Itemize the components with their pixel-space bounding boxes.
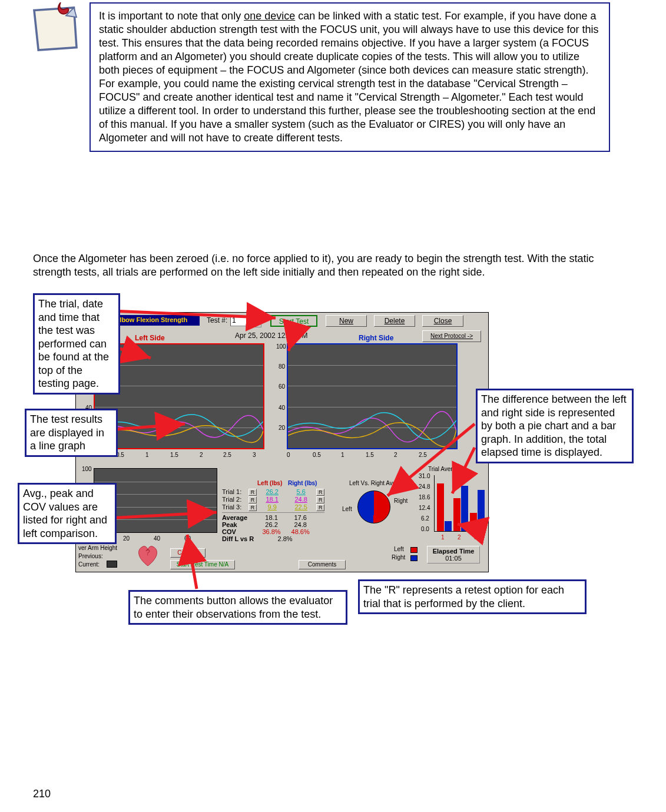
pie-chart [357, 490, 390, 523]
start-rest-button[interactable]: Start Rest Time N/A [170, 560, 235, 569]
test-num-value: 1 [232, 316, 236, 324]
retest-button[interactable]: R [248, 489, 257, 496]
bar-chart [434, 475, 481, 532]
next-protocol-button[interactable]: Next Protocol -> [422, 330, 481, 342]
retest-button[interactable]: R [316, 489, 324, 496]
callout-comments: The comments button allows the evaluator… [128, 590, 347, 625]
note-underline: one device [244, 10, 295, 22]
legend-right-label: Right [392, 554, 405, 561]
note-text: It is important to note that only [99, 10, 244, 22]
left-side-label: Left Side [135, 334, 165, 342]
stats-diff-row: Diff L vs R 2.8% [222, 535, 324, 542]
retest-button[interactable]: R [248, 504, 257, 511]
retest-button[interactable]: R [248, 496, 257, 503]
comments-button[interactable]: Comments [299, 560, 346, 569]
note-box: It is important to note that only one de… [90, 2, 610, 152]
previous-label: Previous: [78, 553, 103, 559]
stats-cov-row: COV 36.8% 48.6% [222, 528, 324, 535]
test-num-label: Test #: [207, 316, 227, 324]
current-label: Current: [78, 561, 100, 568]
pie-left-label: Left [342, 506, 352, 512]
current-swatch [107, 561, 117, 568]
lvr-label: Left Vs. Right Average [349, 480, 407, 486]
right-line-graph [287, 343, 458, 449]
legend-right-swatch [410, 555, 418, 561]
stats-peak-row: Peak 26.2 24.8 [222, 521, 324, 528]
callout-avg: Avg., peak and COV values are listed for… [18, 483, 117, 544]
callout-retest: The "R" represents a retest option for e… [358, 579, 587, 614]
arm-height-label: ver Arm Height [78, 545, 117, 551]
app-window: Static Elbow Flexion Strength Test #: 1 … [75, 312, 489, 572]
new-button[interactable]: New [326, 315, 367, 327]
capture-button[interactable]: Capture [170, 548, 206, 558]
page-number: 210 [33, 788, 51, 800]
right-side-label: Right Side [359, 334, 393, 342]
trial-left-header: Left (lbs) [257, 480, 282, 486]
callout-diff: The difference between the left and righ… [476, 389, 634, 463]
trial-row-1: Trial 1: R 26.2 5.6 R [222, 488, 324, 496]
trial-row-3: Trial 3: R 9.9 22.5 R [222, 503, 324, 511]
elapsed-time-box: Elapsed Time01:05 [427, 546, 480, 564]
legend-left-label: Left [394, 546, 404, 552]
close-button[interactable]: Close [422, 315, 463, 327]
test-num-input[interactable]: 1 ▲▼ [230, 316, 254, 326]
trial-avg-label: Trial Average [428, 466, 462, 472]
legend-left-swatch [410, 547, 418, 553]
trial-table: Trial 1: R 26.2 5.6 R Trial 2: R 18.1 24… [222, 488, 324, 542]
pie-right-label: Right [394, 498, 407, 504]
trial-right-header: Right (lbs) [288, 480, 317, 486]
retest-button[interactable]: R [316, 504, 324, 511]
retest-button[interactable]: R [316, 496, 324, 503]
datetime-text: Apr 25, 2002 12:43 PM [235, 332, 307, 340]
delete-button[interactable]: Delete [374, 315, 415, 327]
stats-average-row: Average 18.1 17.6 [222, 512, 324, 521]
trial-row-2: Trial 2: R 18.1 24.8 R [222, 496, 324, 503]
svg-text:?: ? [145, 548, 150, 557]
callout-line-graph: The test results are displayed in a line… [25, 409, 118, 457]
note-icon [28, 2, 82, 55]
note-text-2: can be linked with a static test. For ex… [99, 10, 598, 144]
callout-trial-date: The trial, date and time that the test w… [33, 293, 120, 395]
paragraph-zeroed: Once the Algometer has been zeroed (i.e.… [33, 252, 619, 279]
start-test-button[interactable]: Start Test [270, 315, 317, 327]
